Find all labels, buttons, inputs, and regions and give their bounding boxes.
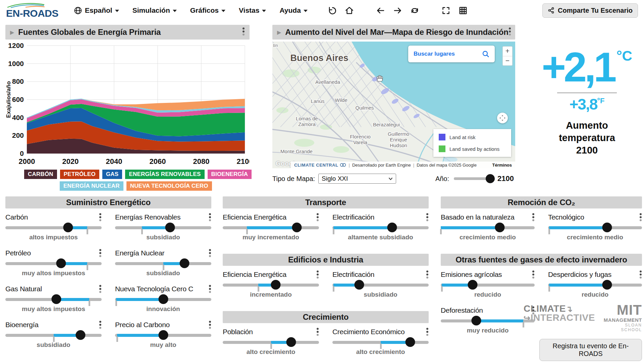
slider-status: crecimiento medio bbox=[441, 234, 535, 241]
slider-thumb[interactable] bbox=[165, 223, 175, 232]
slider-thumb[interactable] bbox=[495, 223, 505, 232]
slider-menu-icon[interactable] bbox=[316, 270, 319, 279]
slider-menu-icon[interactable] bbox=[209, 249, 211, 257]
slider-track[interactable] bbox=[332, 337, 429, 347]
expand-icon[interactable]: ▶ bbox=[277, 29, 281, 36]
chart-panel-header[interactable]: ▶ Fuentes Globales de Energía Primaria bbox=[5, 25, 250, 40]
map-place-label: Lomas deZamora bbox=[296, 116, 318, 127]
slider-menu-icon[interactable] bbox=[99, 320, 102, 329]
menu-ayuda[interactable]: Ayuda bbox=[279, 6, 307, 14]
slider-thumb[interactable] bbox=[63, 223, 73, 232]
menu-simulacion[interactable]: Simulación bbox=[132, 6, 177, 14]
slider-track[interactable] bbox=[223, 280, 319, 290]
slider-track[interactable] bbox=[548, 280, 642, 290]
climate-central-logo[interactable]: CLIMATE CENTRAL bbox=[294, 163, 346, 168]
share-scenario-button[interactable]: Comparte Tu Escenario bbox=[542, 3, 638, 18]
slider-track[interactable] bbox=[332, 223, 429, 233]
map-place-label: GuillermoEnriqueHudson bbox=[388, 131, 409, 148]
home-icon[interactable] bbox=[345, 6, 354, 15]
slider-thumb[interactable] bbox=[472, 316, 481, 325]
menu-graficos[interactable]: Gráficos bbox=[190, 6, 225, 14]
expand-icon[interactable]: ▶ bbox=[10, 29, 14, 36]
slider-label: Precio al Carbono bbox=[115, 321, 170, 329]
slider-track[interactable] bbox=[223, 223, 319, 233]
slider-menu-icon[interactable] bbox=[209, 213, 211, 222]
slider-thumb[interactable] bbox=[602, 280, 612, 290]
slider-thumb[interactable] bbox=[158, 330, 168, 340]
slider-track[interactable] bbox=[115, 258, 211, 268]
search-icon[interactable] bbox=[482, 50, 489, 58]
slider-track[interactable] bbox=[115, 294, 211, 304]
slider-thumb[interactable] bbox=[468, 280, 478, 290]
mit-sloan-logo[interactable]: MIT MANAGEMENT SLOAN SCHOOL bbox=[604, 304, 642, 332]
slider-thumb[interactable] bbox=[406, 337, 415, 347]
slider-menu-icon[interactable] bbox=[316, 327, 319, 336]
slider-menu-icon[interactable] bbox=[532, 270, 535, 279]
grid-view-icon[interactable] bbox=[459, 6, 468, 15]
map-type-select[interactable]: Siglo XXI bbox=[318, 174, 396, 184]
flood-risk-map[interactable]: tínBuenos AiresAvellanedaLanúsWildeQuilm… bbox=[272, 42, 515, 168]
climate-interactive-logo[interactable]: CLIMATE↴ ↪INTERACTIVE bbox=[524, 304, 595, 322]
slider-thumb[interactable] bbox=[602, 223, 612, 232]
en-roads-logo[interactable]: EN-ROADS bbox=[6, 2, 58, 18]
chart-menu-icon[interactable] bbox=[242, 27, 245, 36]
slider-track[interactable] bbox=[223, 337, 319, 347]
slider-track[interactable] bbox=[441, 223, 535, 233]
slider-menu-icon[interactable] bbox=[639, 213, 642, 222]
slider-thumb[interactable] bbox=[179, 258, 189, 268]
slider-track[interactable] bbox=[115, 330, 211, 340]
map-panel-header[interactable]: ▶ Aumento del Nivel del Mar—Mapa de Ries… bbox=[272, 25, 515, 40]
slider-label: Crecimiento Económico bbox=[332, 328, 405, 336]
map-pan-control[interactable] bbox=[497, 113, 508, 123]
slider-menu-icon[interactable] bbox=[639, 270, 642, 279]
slider-thumb[interactable] bbox=[271, 280, 280, 290]
map-menu-icon[interactable] bbox=[508, 27, 511, 36]
back-icon[interactable] bbox=[376, 6, 385, 15]
divider bbox=[557, 93, 617, 93]
slider-track[interactable] bbox=[441, 280, 535, 290]
slider-menu-icon[interactable] bbox=[532, 213, 535, 222]
slider-thumb[interactable] bbox=[52, 294, 61, 304]
fullscreen-icon[interactable] bbox=[441, 6, 450, 15]
earth-engine-credit: Desarrollado por Earth Engine bbox=[352, 163, 411, 168]
slider-track[interactable] bbox=[332, 280, 429, 290]
register-event-button[interactable]: Registra tu evento de En-ROADS bbox=[539, 339, 642, 361]
zoom-out-button[interactable]: − bbox=[503, 56, 512, 65]
slider-menu-icon[interactable] bbox=[209, 285, 211, 293]
slider-menu-icon[interactable] bbox=[99, 249, 102, 257]
slider-menu-icon[interactable] bbox=[426, 327, 429, 336]
slider-menu-icon[interactable] bbox=[426, 213, 429, 222]
year-slider-thumb[interactable] bbox=[486, 174, 495, 183]
slider-thumb[interactable] bbox=[286, 337, 296, 347]
forward-icon[interactable] bbox=[393, 6, 402, 15]
slider-thumb[interactable] bbox=[292, 223, 302, 232]
slider-menu-icon[interactable] bbox=[209, 320, 211, 329]
slider-track[interactable] bbox=[441, 316, 535, 326]
slider-thumb[interactable] bbox=[355, 280, 364, 290]
slider-menu-icon[interactable] bbox=[316, 213, 319, 222]
map-legend-row: Land at risk bbox=[439, 134, 506, 140]
slider-menu-icon[interactable] bbox=[99, 285, 102, 293]
zoom-in-button[interactable]: + bbox=[503, 47, 512, 56]
slider-thumb[interactable] bbox=[387, 223, 397, 232]
slider-thumb[interactable] bbox=[158, 294, 168, 304]
slider-track[interactable] bbox=[5, 294, 102, 304]
slider-label: Deforestación bbox=[441, 306, 483, 314]
slider-track[interactable] bbox=[115, 223, 211, 233]
slider-track[interactable] bbox=[5, 330, 102, 340]
undo-icon[interactable] bbox=[328, 6, 337, 15]
slider-track[interactable] bbox=[5, 258, 102, 268]
slider-thumb[interactable] bbox=[75, 330, 85, 340]
slider-menu-icon[interactable] bbox=[99, 213, 102, 222]
slider-thumb[interactable] bbox=[56, 258, 66, 268]
slider-menu-icon[interactable] bbox=[426, 270, 429, 279]
year-slider[interactable] bbox=[454, 177, 493, 180]
menu-espanol[interactable]: Español bbox=[74, 6, 119, 15]
slider-track[interactable] bbox=[5, 223, 102, 233]
slider-track[interactable] bbox=[548, 223, 642, 233]
terms-link[interactable]: Términos bbox=[492, 163, 512, 168]
legend-label: Land at risk bbox=[449, 134, 476, 140]
replay-icon[interactable] bbox=[410, 6, 419, 15]
menu-vistas[interactable]: Vistas bbox=[239, 6, 266, 14]
map-search-input[interactable]: Buscar lugares bbox=[408, 46, 495, 62]
